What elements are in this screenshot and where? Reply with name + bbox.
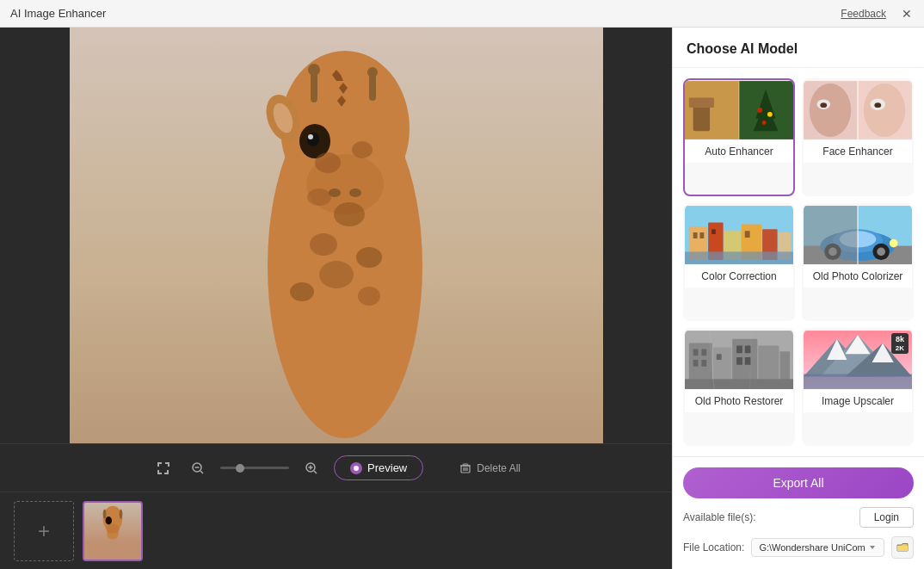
- zoom-in-button[interactable]: [299, 456, 323, 480]
- svg-point-55: [762, 121, 767, 125]
- browse-folder-button[interactable]: [891, 536, 914, 559]
- svg-point-46: [103, 509, 107, 518]
- model-label-image-upscaler: Image Upscaler: [804, 390, 912, 412]
- login-button[interactable]: Login: [859, 507, 914, 528]
- svg-rect-88: [804, 206, 858, 264]
- svg-point-18: [352, 141, 373, 158]
- svg-point-16: [367, 67, 378, 77]
- svg-point-10: [308, 134, 313, 139]
- model-label-color-correction: Color Correction: [685, 265, 793, 288]
- zoom-thumb: [236, 464, 244, 473]
- svg-rect-15: [369, 75, 376, 101]
- svg-point-87: [890, 239, 898, 248]
- image-toolbar: Preview Delete All: [0, 443, 672, 492]
- svg-point-60: [820, 102, 827, 108]
- svg-point-54: [767, 112, 773, 117]
- title-bar-left: AI Image Enhancer: [10, 7, 106, 20]
- svg-rect-39: [463, 464, 468, 466]
- svg-point-20: [334, 202, 365, 226]
- right-panel-bottom: Export All Available file(s): Login File…: [673, 456, 924, 569]
- svg-rect-96: [693, 349, 699, 356]
- model-card-color-correction[interactable]: Color Correction: [683, 203, 795, 321]
- svg-line-28: [200, 471, 203, 473]
- model-card-auto-enhancer[interactable]: Auto Enhancer: [683, 78, 795, 196]
- svg-point-23: [319, 261, 354, 288]
- zoom-slider-container: [220, 467, 289, 469]
- svg-rect-97: [701, 349, 706, 356]
- model-image-color-correction: [685, 205, 793, 265]
- upscaler-badge: 8k 2K: [891, 333, 909, 354]
- available-files-row: Available file(s): Login: [683, 507, 914, 528]
- svg-point-33: [354, 466, 359, 471]
- svg-rect-105: [685, 379, 793, 389]
- svg-line-32: [314, 471, 317, 473]
- svg-rect-13: [311, 72, 317, 102]
- svg-rect-75: [711, 229, 716, 234]
- file-location-path[interactable]: G:\Wondershare UniCom: [751, 538, 884, 557]
- model-image-image-upscaler: 8k 2K: [804, 330, 912, 390]
- fit-screen-button[interactable]: [151, 456, 176, 480]
- model-card-old-photo-colorizer[interactable]: Old Photo Colorizer: [802, 203, 914, 321]
- model-card-old-photo-restorer[interactable]: Old Photo Restorer: [683, 328, 795, 446]
- svg-rect-100: [717, 354, 722, 360]
- file-location-label: File Location:: [683, 541, 744, 554]
- svg-point-25: [358, 287, 380, 306]
- svg-point-7: [349, 189, 361, 197]
- preview-label: Preview: [367, 461, 407, 474]
- folder-icon: [896, 542, 909, 553]
- file-location-value: G:\Wondershare UniCom: [759, 542, 865, 553]
- thumbnail-1[interactable]: [83, 501, 143, 561]
- zoom-out-button[interactable]: [186, 456, 210, 480]
- svg-point-14: [308, 64, 320, 76]
- model-card-face-enhancer[interactable]: Face Enhancer: [802, 78, 914, 196]
- choose-model-title: Choose AI Model: [687, 41, 798, 56]
- main-image: [70, 28, 603, 443]
- svg-rect-47: [685, 81, 739, 139]
- delete-all-button[interactable]: Delete All: [459, 462, 521, 474]
- feedback-link[interactable]: Feedback: [841, 8, 886, 20]
- title-bar-right: Feedback ✕: [841, 7, 914, 21]
- preview-button[interactable]: Preview: [334, 455, 423, 480]
- model-card-image-upscaler[interactable]: 8k 2K Image Upscaler: [802, 328, 914, 446]
- main-container: Preview Delete All +: [0, 28, 924, 569]
- right-panel-header: Choose AI Model: [673, 28, 924, 68]
- model-label-face-enhancer: Face Enhancer: [804, 140, 912, 163]
- model-image-face-enhancer: [804, 80, 912, 140]
- image-viewer: [0, 28, 672, 443]
- add-image-button[interactable]: +: [14, 501, 74, 561]
- svg-point-64: [874, 102, 881, 108]
- svg-point-17: [315, 152, 341, 173]
- svg-rect-99: [701, 360, 706, 367]
- svg-point-9: [307, 133, 319, 146]
- svg-point-24: [290, 282, 314, 301]
- model-image-old-photo-colorizer: [804, 205, 912, 265]
- model-image-old-photo-restorer: [685, 330, 793, 390]
- available-files-label: Available file(s):: [683, 511, 755, 523]
- file-location-row: File Location: G:\Wondershare UniCom: [683, 536, 914, 559]
- models-grid: Auto Enhancer: [673, 68, 924, 456]
- model-label-auto-enhancer: Auto Enhancer: [685, 140, 793, 163]
- svg-point-53: [757, 108, 762, 113]
- svg-point-44: [106, 516, 113, 524]
- svg-point-22: [356, 247, 382, 268]
- svg-rect-76: [745, 231, 750, 238]
- svg-rect-115: [804, 374, 912, 388]
- export-all-button[interactable]: Export All: [683, 467, 914, 498]
- app-title: AI Image Enhancer: [10, 7, 106, 20]
- svg-rect-48: [693, 106, 710, 131]
- close-button[interactable]: ✕: [900, 7, 914, 21]
- model-image-auto-enhancer: [685, 80, 793, 140]
- model-label-old-photo-restorer: Old Photo Restorer: [685, 390, 793, 412]
- svg-rect-101: [736, 346, 742, 354]
- right-panel: Choose AI Model: [672, 28, 924, 569]
- svg-rect-98: [693, 360, 699, 367]
- thumbnails-bar: +: [0, 492, 672, 569]
- zoom-slider[interactable]: [220, 467, 289, 469]
- model-label-old-photo-colorizer: Old Photo Colorizer: [804, 265, 912, 288]
- svg-point-58: [810, 83, 851, 137]
- dropdown-arrow-icon: [868, 543, 877, 552]
- svg-rect-77: [685, 251, 793, 264]
- svg-point-19: [307, 189, 331, 206]
- svg-rect-74: [699, 232, 704, 238]
- svg-point-62: [864, 83, 905, 137]
